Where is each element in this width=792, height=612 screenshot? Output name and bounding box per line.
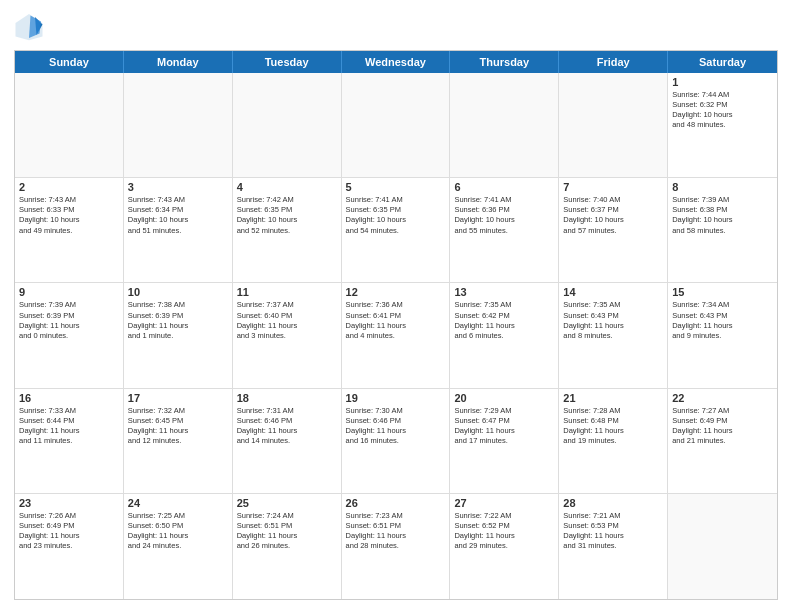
calendar-cell: 22Sunrise: 7:27 AM Sunset: 6:49 PM Dayli…	[668, 389, 777, 493]
page: SundayMondayTuesdayWednesdayThursdayFrid…	[0, 0, 792, 612]
cell-info: Sunrise: 7:29 AM Sunset: 6:47 PM Dayligh…	[454, 406, 554, 447]
cell-info: Sunrise: 7:24 AM Sunset: 6:51 PM Dayligh…	[237, 511, 337, 552]
calendar-cell: 18Sunrise: 7:31 AM Sunset: 6:46 PM Dayli…	[233, 389, 342, 493]
header	[14, 12, 778, 42]
calendar-cell	[15, 73, 124, 177]
cell-date: 16	[19, 392, 119, 404]
cell-date: 11	[237, 286, 337, 298]
cell-date: 27	[454, 497, 554, 509]
cell-date: 24	[128, 497, 228, 509]
cell-date: 26	[346, 497, 446, 509]
cell-date: 20	[454, 392, 554, 404]
day-name-saturday: Saturday	[668, 51, 777, 73]
day-name-sunday: Sunday	[15, 51, 124, 73]
day-name-friday: Friday	[559, 51, 668, 73]
cell-info: Sunrise: 7:38 AM Sunset: 6:39 PM Dayligh…	[128, 300, 228, 341]
calendar-cell	[342, 73, 451, 177]
calendar-cell: 20Sunrise: 7:29 AM Sunset: 6:47 PM Dayli…	[450, 389, 559, 493]
cell-info: Sunrise: 7:43 AM Sunset: 6:34 PM Dayligh…	[128, 195, 228, 236]
cell-info: Sunrise: 7:41 AM Sunset: 6:35 PM Dayligh…	[346, 195, 446, 236]
calendar-cell: 11Sunrise: 7:37 AM Sunset: 6:40 PM Dayli…	[233, 283, 342, 387]
cell-date: 28	[563, 497, 663, 509]
calendar-cell	[559, 73, 668, 177]
calendar-cell: 13Sunrise: 7:35 AM Sunset: 6:42 PM Dayli…	[450, 283, 559, 387]
cell-date: 1	[672, 76, 773, 88]
cell-date: 12	[346, 286, 446, 298]
cell-date: 2	[19, 181, 119, 193]
calendar-header: SundayMondayTuesdayWednesdayThursdayFrid…	[15, 51, 777, 73]
cell-date: 3	[128, 181, 228, 193]
cell-date: 8	[672, 181, 773, 193]
cell-info: Sunrise: 7:26 AM Sunset: 6:49 PM Dayligh…	[19, 511, 119, 552]
cell-date: 15	[672, 286, 773, 298]
cell-info: Sunrise: 7:28 AM Sunset: 6:48 PM Dayligh…	[563, 406, 663, 447]
calendar-cell: 8Sunrise: 7:39 AM Sunset: 6:38 PM Daylig…	[668, 178, 777, 282]
cell-date: 4	[237, 181, 337, 193]
cell-info: Sunrise: 7:27 AM Sunset: 6:49 PM Dayligh…	[672, 406, 773, 447]
cell-info: Sunrise: 7:33 AM Sunset: 6:44 PM Dayligh…	[19, 406, 119, 447]
cell-date: 19	[346, 392, 446, 404]
cell-date: 7	[563, 181, 663, 193]
calendar-cell: 17Sunrise: 7:32 AM Sunset: 6:45 PM Dayli…	[124, 389, 233, 493]
cell-info: Sunrise: 7:41 AM Sunset: 6:36 PM Dayligh…	[454, 195, 554, 236]
calendar-cell: 24Sunrise: 7:25 AM Sunset: 6:50 PM Dayli…	[124, 494, 233, 599]
calendar-cell: 12Sunrise: 7:36 AM Sunset: 6:41 PM Dayli…	[342, 283, 451, 387]
cell-info: Sunrise: 7:31 AM Sunset: 6:46 PM Dayligh…	[237, 406, 337, 447]
calendar-cell: 27Sunrise: 7:22 AM Sunset: 6:52 PM Dayli…	[450, 494, 559, 599]
cell-date: 13	[454, 286, 554, 298]
calendar-cell: 25Sunrise: 7:24 AM Sunset: 6:51 PM Dayli…	[233, 494, 342, 599]
cell-info: Sunrise: 7:40 AM Sunset: 6:37 PM Dayligh…	[563, 195, 663, 236]
cell-info: Sunrise: 7:21 AM Sunset: 6:53 PM Dayligh…	[563, 511, 663, 552]
logo	[14, 12, 48, 42]
cell-info: Sunrise: 7:32 AM Sunset: 6:45 PM Dayligh…	[128, 406, 228, 447]
cell-info: Sunrise: 7:35 AM Sunset: 6:42 PM Dayligh…	[454, 300, 554, 341]
calendar-cell: 2Sunrise: 7:43 AM Sunset: 6:33 PM Daylig…	[15, 178, 124, 282]
calendar-week-3: 9Sunrise: 7:39 AM Sunset: 6:39 PM Daylig…	[15, 283, 777, 388]
calendar-cell: 3Sunrise: 7:43 AM Sunset: 6:34 PM Daylig…	[124, 178, 233, 282]
calendar-cell: 14Sunrise: 7:35 AM Sunset: 6:43 PM Dayli…	[559, 283, 668, 387]
cell-date: 9	[19, 286, 119, 298]
cell-info: Sunrise: 7:44 AM Sunset: 6:32 PM Dayligh…	[672, 90, 773, 131]
calendar-cell: 28Sunrise: 7:21 AM Sunset: 6:53 PM Dayli…	[559, 494, 668, 599]
calendar-cell: 9Sunrise: 7:39 AM Sunset: 6:39 PM Daylig…	[15, 283, 124, 387]
calendar-cell: 4Sunrise: 7:42 AM Sunset: 6:35 PM Daylig…	[233, 178, 342, 282]
calendar-cell: 10Sunrise: 7:38 AM Sunset: 6:39 PM Dayli…	[124, 283, 233, 387]
cell-info: Sunrise: 7:30 AM Sunset: 6:46 PM Dayligh…	[346, 406, 446, 447]
cell-date: 6	[454, 181, 554, 193]
calendar-week-1: 1Sunrise: 7:44 AM Sunset: 6:32 PM Daylig…	[15, 73, 777, 178]
calendar-cell: 23Sunrise: 7:26 AM Sunset: 6:49 PM Dayli…	[15, 494, 124, 599]
calendar-cell	[450, 73, 559, 177]
cell-date: 18	[237, 392, 337, 404]
cell-info: Sunrise: 7:34 AM Sunset: 6:43 PM Dayligh…	[672, 300, 773, 341]
day-name-thursday: Thursday	[450, 51, 559, 73]
cell-info: Sunrise: 7:43 AM Sunset: 6:33 PM Dayligh…	[19, 195, 119, 236]
calendar-week-2: 2Sunrise: 7:43 AM Sunset: 6:33 PM Daylig…	[15, 178, 777, 283]
calendar-cell: 16Sunrise: 7:33 AM Sunset: 6:44 PM Dayli…	[15, 389, 124, 493]
calendar-body: 1Sunrise: 7:44 AM Sunset: 6:32 PM Daylig…	[15, 73, 777, 599]
calendar-cell: 5Sunrise: 7:41 AM Sunset: 6:35 PM Daylig…	[342, 178, 451, 282]
calendar-cell: 21Sunrise: 7:28 AM Sunset: 6:48 PM Dayli…	[559, 389, 668, 493]
calendar-cell: 7Sunrise: 7:40 AM Sunset: 6:37 PM Daylig…	[559, 178, 668, 282]
day-name-monday: Monday	[124, 51, 233, 73]
cell-date: 25	[237, 497, 337, 509]
calendar-cell: 26Sunrise: 7:23 AM Sunset: 6:51 PM Dayli…	[342, 494, 451, 599]
cell-date: 23	[19, 497, 119, 509]
day-name-wednesday: Wednesday	[342, 51, 451, 73]
logo-icon	[14, 12, 44, 42]
calendar-cell: 1Sunrise: 7:44 AM Sunset: 6:32 PM Daylig…	[668, 73, 777, 177]
calendar-cell: 15Sunrise: 7:34 AM Sunset: 6:43 PM Dayli…	[668, 283, 777, 387]
cell-date: 10	[128, 286, 228, 298]
cell-info: Sunrise: 7:42 AM Sunset: 6:35 PM Dayligh…	[237, 195, 337, 236]
cell-info: Sunrise: 7:23 AM Sunset: 6:51 PM Dayligh…	[346, 511, 446, 552]
cell-info: Sunrise: 7:22 AM Sunset: 6:52 PM Dayligh…	[454, 511, 554, 552]
cell-date: 22	[672, 392, 773, 404]
cell-info: Sunrise: 7:25 AM Sunset: 6:50 PM Dayligh…	[128, 511, 228, 552]
cell-date: 14	[563, 286, 663, 298]
calendar: SundayMondayTuesdayWednesdayThursdayFrid…	[14, 50, 778, 600]
calendar-cell	[668, 494, 777, 599]
cell-info: Sunrise: 7:37 AM Sunset: 6:40 PM Dayligh…	[237, 300, 337, 341]
calendar-cell	[233, 73, 342, 177]
calendar-week-5: 23Sunrise: 7:26 AM Sunset: 6:49 PM Dayli…	[15, 494, 777, 599]
calendar-cell: 6Sunrise: 7:41 AM Sunset: 6:36 PM Daylig…	[450, 178, 559, 282]
calendar-week-4: 16Sunrise: 7:33 AM Sunset: 6:44 PM Dayli…	[15, 389, 777, 494]
